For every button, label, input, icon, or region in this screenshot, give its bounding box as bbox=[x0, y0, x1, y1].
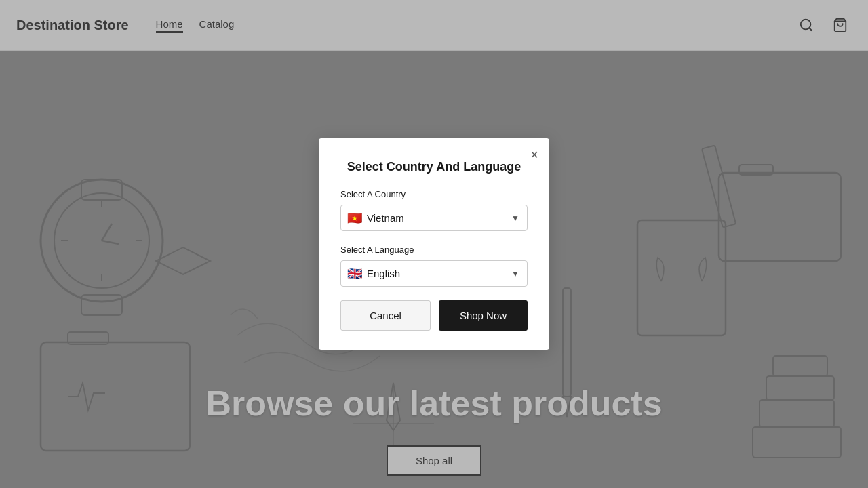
country-select[interactable]: Vietnam United States United Kingdom Aus… bbox=[340, 205, 528, 231]
modal-close-button[interactable]: × bbox=[530, 148, 538, 161]
modal-title: Select Country And Language bbox=[340, 160, 528, 174]
country-select-wrapper: 🇻🇳 Vietnam United States United Kingdom … bbox=[340, 205, 528, 231]
country-language-modal: × Select Country And Language Select A C… bbox=[319, 138, 549, 350]
language-select-wrapper: 🇬🇧 English Vietnamese French German ▼ bbox=[340, 260, 528, 287]
shop-now-button[interactable]: Shop Now bbox=[439, 300, 528, 331]
modal-actions: Cancel Shop Now bbox=[340, 300, 528, 331]
cancel-button[interactable]: Cancel bbox=[340, 300, 431, 331]
language-select[interactable]: English Vietnamese French German bbox=[340, 260, 528, 287]
country-label: Select A Country bbox=[340, 189, 528, 199]
language-label: Select A Language bbox=[340, 245, 528, 255]
